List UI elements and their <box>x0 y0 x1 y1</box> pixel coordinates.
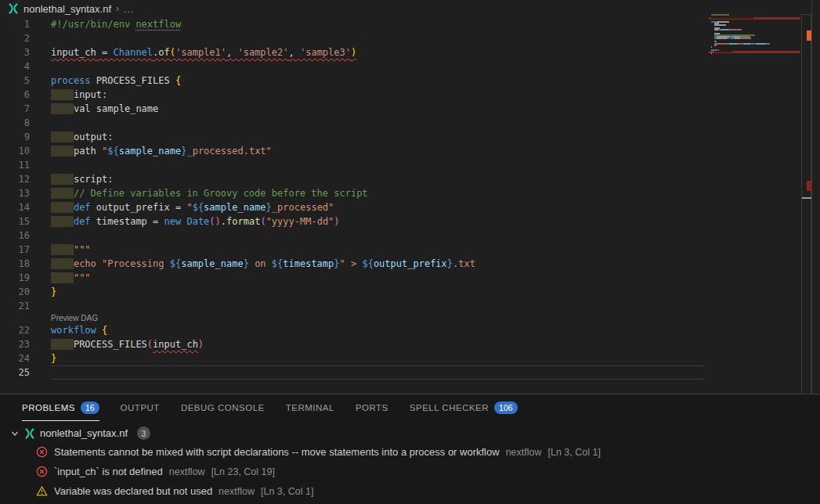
code-line-text: def timestamp = new Date().format("yyyy-… <box>51 214 340 229</box>
nextflow-file-icon <box>24 428 35 439</box>
problems-count-badge: 3 <box>137 427 150 440</box>
indent-highlight <box>51 89 74 100</box>
code-line[interactable]: 11 <box>0 158 820 172</box>
bottom-panel: PROBLEMS16OUTPUTDEBUG CONSOLETERMINALPOR… <box>0 394 820 504</box>
problem-location: [Ln 3, Col 1] <box>548 447 601 458</box>
code-line-text: def output_prefix = "${sample_name}_proc… <box>51 200 334 214</box>
line-number: 12 <box>0 172 30 186</box>
code-line[interactable]: 22workflow { <box>0 323 820 337</box>
code-line-text: input: <box>51 88 107 102</box>
chevron-down-icon[interactable] <box>10 429 20 438</box>
line-number: 15 <box>0 214 30 229</box>
code-line[interactable]: 20} <box>0 285 820 299</box>
code-line[interactable]: 18 echo "Processing ${sample_name} on ${… <box>0 257 820 271</box>
problem-row[interactable]: `input_ch` is not definednextflow[Ln 23,… <box>0 462 820 481</box>
code-line[interactable]: 24} <box>0 351 820 365</box>
line-number: 2 <box>0 31 30 45</box>
error-icon <box>36 466 48 477</box>
line-number: 16 <box>0 229 30 243</box>
code-line[interactable]: 6 input: <box>0 88 820 102</box>
line-number: 11 <box>0 158 30 172</box>
error-icon <box>36 446 48 458</box>
code-line[interactable]: 8 <box>0 116 820 130</box>
indent-highlight <box>51 339 74 350</box>
line-number: 8 <box>0 116 30 130</box>
line-number: 24 <box>0 351 30 365</box>
code-line[interactable]: 19 """ <box>0 271 820 285</box>
code-line-text: """ <box>51 243 91 257</box>
code-line-text: echo "Processing ${sample_name} on ${tim… <box>51 257 475 271</box>
code-line[interactable]: 17 """ <box>0 243 820 257</box>
problems-file-row[interactable]: nonlethal_syntax.nf 3 <box>0 424 820 442</box>
code-line-text: output: <box>51 130 113 144</box>
code-line-text: PROCESS_FILES(input_ch) <box>51 337 204 351</box>
indent-highlight <box>51 216 74 227</box>
code-line[interactable]: 16 <box>0 229 820 243</box>
code-line[interactable]: 23 PROCESS_FILES(input_ch) <box>0 337 820 351</box>
line-number: 21 <box>0 299 30 313</box>
tab-debug-console[interactable]: DEBUG CONSOLE <box>181 394 265 421</box>
code-line[interactable]: 9 output: <box>0 130 820 144</box>
code-line-text: process PROCESS_FILES { <box>51 74 181 88</box>
code-line[interactable]: 15 def timestamp = new Date().format("yy… <box>0 214 820 229</box>
code-line-text: } <box>51 351 56 365</box>
editor-right-border <box>811 0 812 394</box>
tab-ports[interactable]: PORTS <box>356 394 388 421</box>
code-line-text: script: <box>51 172 113 186</box>
line-number: 18 <box>0 257 30 271</box>
code-line[interactable]: 13 // Define variables in Groovy code be… <box>0 186 820 200</box>
problem-location: [Ln 3, Col 1] <box>261 486 313 497</box>
code-line[interactable]: 21 <box>0 299 820 313</box>
tab-output[interactable]: OUTPUT <box>121 394 160 421</box>
indent-highlight <box>51 202 74 213</box>
problem-message: `input_ch` is not defined <box>54 466 163 477</box>
code-line[interactable]: 10 path "${sample_name}_processed.txt" <box>0 144 820 158</box>
code-editor[interactable]: 1#!/usr/bin/env nextflow23input_ch = Cha… <box>0 17 820 394</box>
code-line[interactable]: 3input_ch = Channel.of('sample1', 'sampl… <box>0 45 820 59</box>
indent-highlight <box>51 258 74 269</box>
overview-ruler[interactable] <box>801 14 811 394</box>
breadcrumb-chevron-icon: › <box>116 3 119 14</box>
tab-problems[interactable]: PROBLEMS16 <box>22 394 99 421</box>
code-line-text: val sample_name <box>51 102 158 116</box>
code-line[interactable]: 2 <box>0 31 820 45</box>
problems-tree: nonlethal_syntax.nf 3 Statements cannot … <box>0 421 820 501</box>
line-number: 17 <box>0 243 30 257</box>
code-line[interactable]: 1#!/usr/bin/env nextflow <box>0 17 820 31</box>
indent-highlight <box>51 146 74 157</box>
tab-terminal[interactable]: TERMINAL <box>286 394 334 421</box>
code-line-text: """ <box>51 271 91 285</box>
code-line-text: // Define variables in Groovy code befor… <box>51 186 368 200</box>
breadcrumb-more[interactable]: ... <box>124 3 135 15</box>
code-line-text: } <box>51 285 56 299</box>
code-line-text <box>51 365 705 380</box>
code-line[interactable]: 7 val sample_name <box>0 102 820 116</box>
minimap[interactable] <box>709 14 800 77</box>
line-number: 7 <box>0 102 30 116</box>
tab-spell-checker[interactable]: SPELL CHECKER106 <box>410 394 518 421</box>
indent-highlight <box>51 244 74 255</box>
nextflow-file-icon <box>8 3 19 14</box>
code-line[interactable]: 14 def output_prefix = "${sample_name}_p… <box>0 200 820 214</box>
code-line[interactable]: 12 script: <box>0 172 820 186</box>
panel-tabs: PROBLEMS16OUTPUTDEBUG CONSOLETERMINALPOR… <box>0 394 820 421</box>
line-number: 22 <box>0 323 30 337</box>
line-number: 3 <box>0 45 30 59</box>
indent-highlight <box>51 188 74 199</box>
line-number: 19 <box>0 271 30 285</box>
code-line-text: path "${sample_name}_processed.txt" <box>51 144 272 158</box>
code-line[interactable]: 25 <box>0 365 820 380</box>
code-line[interactable]: 4 <box>0 59 820 74</box>
indent-highlight <box>51 103 74 114</box>
line-number: 14 <box>0 200 30 214</box>
line-number: 1 <box>0 17 30 31</box>
problem-message: Variable was declared but not used <box>54 485 212 497</box>
problem-row[interactable]: Variable was declared but not usednextfl… <box>0 481 820 501</box>
problem-row[interactable]: Statements cannot be mixed with script d… <box>0 442 820 462</box>
codelens-preview-dag[interactable]: Preview DAG <box>0 313 820 323</box>
code-line[interactable]: 5process PROCESS_FILES { <box>0 74 820 88</box>
breadcrumb-filename[interactable]: nonlethal_syntax.nf <box>23 3 111 15</box>
indent-highlight <box>51 131 74 142</box>
code-line-text: input_ch = Channel.of('sample1', 'sample… <box>51 45 356 59</box>
line-number: 4 <box>0 59 30 74</box>
